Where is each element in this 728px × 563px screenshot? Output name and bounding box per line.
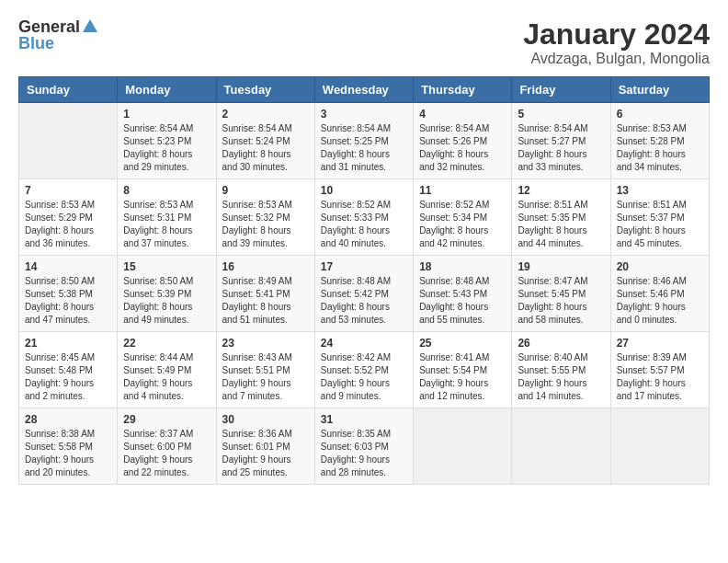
day-info: Sunrise: 8:47 AMSunset: 5:45 PMDaylight:… (518, 275, 604, 327)
day-number: 2 (222, 108, 309, 121)
day-info: Sunrise: 8:53 AMSunset: 5:32 PMDaylight:… (222, 199, 309, 250)
day-info: Sunrise: 8:50 AMSunset: 5:39 PMDaylight:… (123, 275, 210, 327)
calendar-cell: 22Sunrise: 8:44 AMSunset: 5:49 PMDayligh… (118, 332, 216, 408)
calendar-cell: 7Sunrise: 8:53 AMSunset: 5:29 PMDaylight… (19, 179, 118, 256)
day-number: 5 (518, 108, 604, 121)
calendar-cell: 8Sunrise: 8:53 AMSunset: 5:31 PMDaylight… (118, 179, 216, 256)
calendar-cell: 25Sunrise: 8:41 AMSunset: 5:54 PMDayligh… (414, 332, 512, 408)
day-number: 30 (222, 413, 309, 426)
day-info: Sunrise: 8:37 AMSunset: 6:00 PMDaylight:… (123, 428, 210, 479)
day-number: 16 (222, 260, 309, 273)
calendar-week-3: 14Sunrise: 8:50 AMSunset: 5:38 PMDayligh… (19, 256, 710, 332)
day-number: 25 (419, 337, 506, 350)
day-number: 18 (419, 260, 506, 273)
calendar-week-4: 21Sunrise: 8:45 AMSunset: 5:48 PMDayligh… (19, 332, 710, 408)
day-info: Sunrise: 8:52 AMSunset: 5:34 PMDaylight:… (419, 199, 506, 250)
title-section: January 2024 Avdzaga, Bulgan, Mongolia (523, 18, 710, 67)
calendar-cell: 17Sunrise: 8:48 AMSunset: 5:42 PMDayligh… (314, 256, 413, 332)
day-info: Sunrise: 8:51 AMSunset: 5:35 PMDaylight:… (518, 199, 604, 250)
day-number: 14 (25, 260, 111, 273)
col-tuesday: Tuesday (216, 77, 314, 103)
calendar-cell: 5Sunrise: 8:54 AMSunset: 5:27 PMDaylight… (512, 103, 610, 179)
day-info: Sunrise: 8:38 AMSunset: 5:58 PMDaylight:… (25, 428, 111, 479)
day-info: Sunrise: 8:51 AMSunset: 5:37 PMDaylight:… (617, 199, 703, 250)
logo-icon (83, 19, 97, 32)
calendar-week-2: 7Sunrise: 8:53 AMSunset: 5:29 PMDaylight… (19, 179, 710, 256)
day-info: Sunrise: 8:52 AMSunset: 5:33 PMDaylight:… (321, 199, 407, 250)
day-number: 27 (617, 337, 703, 350)
page-subtitle: Avdzaga, Bulgan, Mongolia (523, 51, 710, 67)
calendar-cell (19, 103, 118, 179)
logo-blue: Blue (18, 35, 54, 52)
calendar-cell: 10Sunrise: 8:52 AMSunset: 5:33 PMDayligh… (314, 179, 413, 256)
calendar-cell: 23Sunrise: 8:43 AMSunset: 5:51 PMDayligh… (216, 332, 314, 408)
day-info: Sunrise: 8:53 AMSunset: 5:31 PMDaylight:… (123, 199, 210, 250)
col-friday: Friday (512, 77, 610, 103)
calendar-cell (610, 408, 709, 485)
day-info: Sunrise: 8:39 AMSunset: 5:57 PMDaylight:… (617, 351, 703, 403)
calendar-cell: 12Sunrise: 8:51 AMSunset: 5:35 PMDayligh… (512, 179, 610, 256)
day-info: Sunrise: 8:48 AMSunset: 5:43 PMDaylight:… (419, 275, 506, 327)
day-number: 15 (123, 260, 210, 273)
day-info: Sunrise: 8:54 AMSunset: 5:26 PMDaylight:… (419, 122, 506, 174)
calendar-cell: 6Sunrise: 8:53 AMSunset: 5:28 PMDaylight… (610, 103, 709, 179)
calendar-cell: 4Sunrise: 8:54 AMSunset: 5:26 PMDaylight… (414, 103, 512, 179)
day-number: 7 (25, 184, 111, 197)
day-number: 19 (518, 260, 604, 273)
day-number: 29 (123, 413, 210, 426)
calendar-cell: 9Sunrise: 8:53 AMSunset: 5:32 PMDaylight… (216, 179, 314, 256)
day-info: Sunrise: 8:48 AMSunset: 5:42 PMDaylight:… (321, 275, 407, 327)
day-number: 10 (321, 184, 407, 197)
day-info: Sunrise: 8:49 AMSunset: 5:41 PMDaylight:… (222, 275, 309, 327)
calendar-cell: 2Sunrise: 8:54 AMSunset: 5:24 PMDaylight… (216, 103, 314, 179)
col-saturday: Saturday (610, 77, 709, 103)
calendar-cell: 28Sunrise: 8:38 AMSunset: 5:58 PMDayligh… (19, 408, 118, 485)
calendar-cell: 27Sunrise: 8:39 AMSunset: 5:57 PMDayligh… (610, 332, 709, 408)
calendar-cell: 11Sunrise: 8:52 AMSunset: 5:34 PMDayligh… (414, 179, 512, 256)
calendar-cell: 19Sunrise: 8:47 AMSunset: 5:45 PMDayligh… (512, 256, 610, 332)
day-info: Sunrise: 8:44 AMSunset: 5:49 PMDaylight:… (123, 351, 210, 403)
day-info: Sunrise: 8:54 AMSunset: 5:23 PMDaylight:… (123, 122, 210, 174)
calendar-cell: 20Sunrise: 8:46 AMSunset: 5:46 PMDayligh… (610, 256, 709, 332)
day-info: Sunrise: 8:50 AMSunset: 5:38 PMDaylight:… (25, 275, 111, 327)
day-number: 24 (321, 337, 407, 350)
day-number: 11 (419, 184, 506, 197)
calendar-week-5: 28Sunrise: 8:38 AMSunset: 5:58 PMDayligh… (19, 408, 710, 485)
day-number: 1 (123, 108, 210, 121)
calendar-week-1: 1Sunrise: 8:54 AMSunset: 5:23 PMDaylight… (19, 103, 710, 179)
calendar-cell: 30Sunrise: 8:36 AMSunset: 6:01 PMDayligh… (216, 408, 314, 485)
day-info: Sunrise: 8:42 AMSunset: 5:52 PMDaylight:… (321, 351, 407, 403)
calendar-cell: 15Sunrise: 8:50 AMSunset: 5:39 PMDayligh… (118, 256, 216, 332)
day-info: Sunrise: 8:43 AMSunset: 5:51 PMDaylight:… (222, 351, 309, 403)
page-header: General Blue January 2024 Avdzaga, Bulga… (9, 9, 719, 72)
calendar-cell: 1Sunrise: 8:54 AMSunset: 5:23 PMDaylight… (118, 103, 216, 179)
calendar-table: Sunday Monday Tuesday Wednesday Thursday… (18, 76, 710, 485)
calendar-cell: 13Sunrise: 8:51 AMSunset: 5:37 PMDayligh… (610, 179, 709, 256)
calendar-cell: 29Sunrise: 8:37 AMSunset: 6:00 PMDayligh… (118, 408, 216, 485)
day-number: 17 (321, 260, 407, 273)
logo: General Blue (18, 18, 97, 52)
calendar-cell: 31Sunrise: 8:35 AMSunset: 6:03 PMDayligh… (314, 408, 413, 485)
day-info: Sunrise: 8:36 AMSunset: 6:01 PMDaylight:… (222, 428, 309, 479)
calendar-cell: 24Sunrise: 8:42 AMSunset: 5:52 PMDayligh… (314, 332, 413, 408)
col-monday: Monday (118, 77, 216, 103)
calendar-cell: 18Sunrise: 8:48 AMSunset: 5:43 PMDayligh… (414, 256, 512, 332)
calendar-cell (512, 408, 610, 485)
day-number: 6 (617, 108, 703, 121)
col-wednesday: Wednesday (314, 77, 413, 103)
day-info: Sunrise: 8:46 AMSunset: 5:46 PMDaylight:… (617, 275, 703, 327)
day-info: Sunrise: 8:40 AMSunset: 5:55 PMDaylight:… (518, 351, 604, 403)
col-thursday: Thursday (414, 77, 512, 103)
day-number: 12 (518, 184, 604, 197)
logo-general: General (18, 18, 80, 35)
day-number: 20 (617, 260, 703, 273)
day-info: Sunrise: 8:45 AMSunset: 5:48 PMDaylight:… (25, 351, 111, 403)
day-info: Sunrise: 8:54 AMSunset: 5:25 PMDaylight:… (321, 122, 407, 174)
calendar-cell: 21Sunrise: 8:45 AMSunset: 5:48 PMDayligh… (19, 332, 118, 408)
day-info: Sunrise: 8:53 AMSunset: 5:28 PMDaylight:… (617, 122, 703, 174)
calendar-header-row: Sunday Monday Tuesday Wednesday Thursday… (19, 77, 710, 103)
day-info: Sunrise: 8:35 AMSunset: 6:03 PMDaylight:… (321, 428, 407, 479)
day-info: Sunrise: 8:54 AMSunset: 5:27 PMDaylight:… (518, 122, 604, 174)
page-title: January 2024 (523, 18, 710, 51)
calendar-cell (414, 408, 512, 485)
